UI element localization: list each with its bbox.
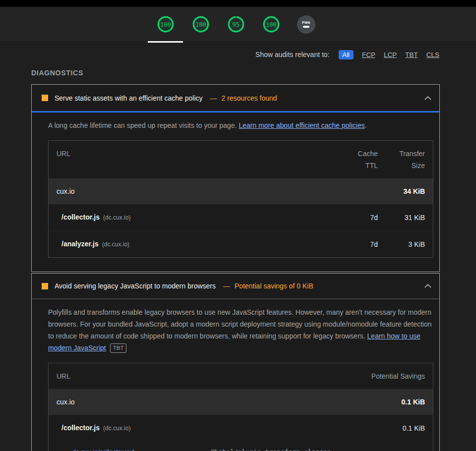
average-score-square-icon	[42, 95, 48, 101]
resource-url: /analyzer.js	[61, 238, 99, 250]
active-category-indicator	[148, 41, 183, 43]
score-gauge-accessibility[interactable]: 100	[191, 15, 210, 34]
audit-separator: —	[210, 94, 217, 102]
table-row: /collector.js (dc.cux.io) 0.1 KiB	[49, 415, 433, 441]
audit-header-cache-policy[interactable]: Serve static assets with an efficient ca…	[32, 85, 439, 113]
score-gauge-performance[interactable]: 100	[156, 15, 175, 34]
resource-savings: 0.1 KiB	[346, 422, 425, 434]
col-url: URL	[57, 370, 346, 382]
score-value: 100	[195, 21, 206, 28]
pwa-badge[interactable]: PWA	[297, 15, 315, 34]
pwa-dash-icon	[303, 26, 309, 28]
resource-url: /collector.js	[61, 211, 100, 223]
resource-ttl: 7d	[333, 238, 378, 250]
audit-description: A long cache lifetime can speed up repea…	[48, 119, 433, 131]
source-location-link[interactable]: dc.cux.io/collector.js:1	[72, 446, 211, 451]
filter-fcp[interactable]: FCP	[362, 51, 375, 58]
score-value: 100	[160, 21, 171, 28]
audit-body: A long cache lifetime can speed up repea…	[32, 113, 439, 272]
chevron-up-icon	[424, 284, 431, 288]
table-row-group: cux.io 34 KiB	[49, 178, 433, 204]
table-row-group: cux.io 0.1 KiB	[49, 389, 433, 415]
resource-host: (dc.cux.io)	[102, 238, 129, 250]
audit-filter-bar: Show audits relevant to: All FCP LCP TBT…	[0, 49, 439, 60]
score-value: 100	[266, 21, 276, 28]
resource-host: (dc.cux.io)	[103, 212, 130, 224]
audit-header-legacy-javascript[interactable]: Avoid serving legacy JavaScript to moder…	[32, 274, 439, 299]
resource-ttl: 7d	[333, 212, 378, 224]
col-url: URL	[57, 148, 333, 171]
score-gauge-seo[interactable]: 100	[262, 15, 281, 34]
tbt-chip: TBT	[110, 343, 127, 353]
audit-card-cache-policy: Serve static assets with an efficient ca…	[31, 84, 440, 272]
average-score-square-icon	[42, 283, 48, 289]
polyfill-signal-text: @babel/plugin-transform-classes	[211, 446, 331, 451]
audit-separator: —	[223, 282, 230, 290]
table-header: URL Cache TTL Transfer Size	[49, 141, 433, 178]
col-cache-ttl: Cache TTL	[333, 148, 378, 171]
legacy-js-table: URL Potential Savings cux.io 0.1 KiB /co…	[48, 363, 433, 451]
table-row: /analyzer.js (dc.cux.io) 7d 3 KiB	[49, 230, 433, 257]
audit-summary: 2 resources found	[222, 94, 277, 102]
audit-body: Polyfills and transforms enable legacy b…	[32, 299, 439, 451]
category-gauges: 100 100 95 100 PWA	[156, 15, 315, 34]
filter-all[interactable]: All	[339, 50, 354, 59]
table-subrow: dc.cux.io/collector.js:1 @babel/plugin-t…	[49, 441, 433, 451]
audit-title: Avoid serving legacy JavaScript to moder…	[55, 282, 216, 290]
resource-size: 3 KiB	[378, 238, 425, 250]
group-url: cux.io	[57, 396, 75, 408]
cache-policy-table: URL Cache TTL Transfer Size cux.io 34 Ki…	[48, 140, 433, 258]
group-url: cux.io	[57, 185, 75, 197]
resource-host: (dc.cux.io)	[103, 422, 130, 434]
group-savings: 0.1 KiB	[346, 396, 425, 408]
description-text: A long cache lifetime can speed up repea…	[48, 121, 237, 129]
pwa-label: PWA	[302, 21, 310, 24]
audit-title: Serve static assets with an efficient ca…	[55, 94, 203, 102]
filter-lcp[interactable]: LCP	[384, 51, 397, 58]
score-value: 95	[233, 21, 239, 28]
score-header: 100 100 95 100 PWA	[0, 7, 476, 42]
resource-size: 31 KiB	[378, 212, 425, 224]
table-row: /collector.js (dc.cux.io) 7d 31 KiB	[49, 204, 433, 230]
audit-card-legacy-javascript: Avoid serving legacy JavaScript to moder…	[31, 273, 440, 451]
audit-description: Polyfills and transforms enable legacy b…	[48, 306, 433, 354]
chevron-up-icon	[424, 96, 431, 100]
audit-summary: Potential savings of 0 KiB	[235, 282, 313, 290]
group-size: 34 KiB	[378, 185, 425, 197]
filter-tbt[interactable]: TBT	[405, 51, 418, 58]
col-potential-savings: Potential Savings	[346, 370, 425, 382]
filter-label: Show audits relevant to:	[255, 51, 329, 58]
description-suffix: .	[365, 121, 367, 129]
browser-chrome-bar	[0, 0, 476, 7]
score-gauge-best-practices[interactable]: 95	[227, 15, 245, 34]
table-header: URL Potential Savings	[49, 363, 433, 389]
learn-more-cache-link[interactable]: Learn more about efficient cache policie…	[238, 121, 364, 129]
col-transfer-size: Transfer Size	[378, 148, 425, 171]
resource-url: /collector.js	[61, 422, 100, 434]
filter-cls[interactable]: CLS	[426, 51, 439, 58]
section-title-diagnostics: DIAGNOSTICS	[31, 69, 476, 77]
